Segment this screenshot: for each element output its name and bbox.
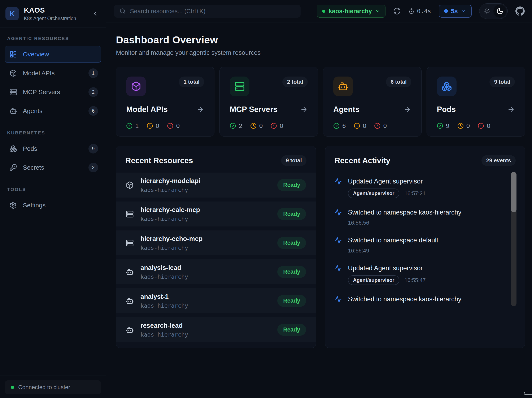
stat-card[interactable]: 6 total Agents 6 0 <box>323 67 422 136</box>
app-logo: K <box>6 7 19 20</box>
ready-count: 1 <box>135 122 139 129</box>
pending-count: 0 <box>156 122 159 129</box>
github-link[interactable] <box>515 6 525 16</box>
resource-namespace: kaos-hierarchy <box>140 302 188 309</box>
namespace-value: kaos-hierarchy <box>329 8 372 15</box>
sidebar-item[interactable]: Settings <box>5 197 101 214</box>
sidebar-item-badge: 2 <box>89 163 98 172</box>
resource-text: hierarchy-calc-mcp kaos-hierarchy <box>140 206 200 222</box>
resource-row[interactable]: analysis-lead kaos-hierarchy Ready <box>116 259 316 284</box>
resource-text: research-lead kaos-hierarchy <box>140 322 188 338</box>
nav-list: Settings <box>5 197 101 214</box>
sidebar-collapse-button[interactable] <box>92 10 99 17</box>
stat-card[interactable]: 1 total Model APIs 1 0 <box>116 67 215 136</box>
light-theme-button[interactable] <box>481 5 494 18</box>
pending-stat: 0 <box>354 122 366 129</box>
panel-title: Recent Resources <box>125 156 193 165</box>
resource-text: analysis-lead kaos-hierarchy <box>140 264 188 280</box>
refresh-button[interactable] <box>393 7 401 15</box>
timer-icon <box>409 8 414 14</box>
resource-row[interactable]: hierarchy-echo-mcp kaos-hierarchy Ready <box>116 231 316 255</box>
activity-item: Switched to namespace kaos-hierarchy 16:… <box>335 209 505 226</box>
resource-name: hierarchy-calc-mcp <box>140 206 200 214</box>
sidebar-item[interactable]: Model APIs 1 <box>5 65 101 82</box>
nav-section-tools: TOOLS Settings <box>5 187 101 214</box>
arrow-right-icon <box>404 106 411 113</box>
theme-toggle <box>479 3 508 19</box>
resource-row[interactable]: research-lead kaos-hierarchy Ready <box>116 317 316 342</box>
app-name: KAOS <box>24 6 87 14</box>
failed-stat: 0 <box>271 122 283 129</box>
resource-status-badge: Ready <box>277 237 306 249</box>
activity-title: Switched to namespace kaos-hierarchy <box>348 295 461 303</box>
ready-count: 6 <box>342 122 346 129</box>
clock-icon <box>457 123 464 129</box>
stat-card-tile <box>230 77 249 96</box>
recent-resources-panel: Recent Resources 9 total hierarchy-model… <box>116 146 316 348</box>
resource-name: hierarchy-modelapi <box>140 177 200 185</box>
sidebar-item[interactable]: Agents 6 <box>5 103 101 119</box>
stat-card[interactable]: 2 total MCP Servers 2 0 <box>220 67 318 136</box>
activity-head: Updated Agent supervisor <box>335 178 505 185</box>
resource-text: hierarchy-echo-mcp kaos-hierarchy <box>140 235 203 251</box>
box-icon <box>131 81 141 92</box>
namespace-selector[interactable]: kaos-hierarchy <box>317 5 386 18</box>
sidebar-header: K KAOS K8s Agent Orchestration <box>0 0 106 27</box>
resource-status-badge: Ready <box>277 179 306 191</box>
activity-item: Switched to namespace kaos-hierarchy <box>335 295 505 306</box>
resource-row[interactable]: analyst-1 kaos-hierarchy Ready <box>116 288 316 313</box>
bot-icon <box>126 297 134 305</box>
cluster-status-text: Connected to cluster <box>18 384 70 391</box>
sidebar-item-badge: 9 <box>89 144 98 154</box>
failed-count: 0 <box>280 122 283 129</box>
horizontal-scrollbar-thumb[interactable] <box>524 392 532 395</box>
sidebar-item-badge: 1 <box>89 68 98 78</box>
pending-stat: 0 <box>250 122 263 129</box>
activity-meta: Agent/supervisor 16:57:21 <box>348 188 505 198</box>
nav-section-label: AGENTIC RESOURCES <box>5 36 101 41</box>
dark-theme-button[interactable] <box>494 5 507 18</box>
box-icon <box>126 181 134 189</box>
activity-icon <box>335 209 342 216</box>
failed-stat: 0 <box>478 122 490 129</box>
bot-icon <box>126 326 134 334</box>
chevron-down-icon <box>461 8 466 14</box>
activity-item: Switched to namespace default 16:56:49 <box>335 237 505 254</box>
refresh-interval-selector[interactable]: 5s <box>439 5 472 18</box>
activity-count-badge: 29 events <box>481 155 516 166</box>
activity-icon <box>335 237 342 244</box>
resource-row[interactable]: hierarchy-modelapi kaos-hierarchy Ready <box>116 173 316 198</box>
resource-status-badge: Ready <box>277 324 306 336</box>
arrow-right-icon <box>197 106 204 113</box>
activity-timestamp: 16:56:56 <box>348 219 369 226</box>
boxes-icon <box>441 81 452 92</box>
latency-value: 0.4s <box>417 8 431 15</box>
resource-status-badge: Ready <box>277 266 306 278</box>
stat-card[interactable]: 9 total Pods 9 0 <box>427 67 525 136</box>
status-dot-icon <box>11 386 14 389</box>
nav-section-label: KUBERNETES <box>5 130 101 136</box>
stat-card-total-badge: 9 total <box>489 77 515 87</box>
sidebar-item[interactable]: Pods 9 <box>5 140 101 157</box>
stat-card-top: 6 total <box>333 77 411 96</box>
resource-row[interactable]: hierarchy-calc-mcp kaos-hierarchy Ready <box>116 201 316 226</box>
sidebar-item-label: Model APIs <box>23 70 55 77</box>
stat-card-stats: 2 0 0 <box>230 122 308 129</box>
main-area: kaos-hierarchy 0.4s 5s <box>106 0 532 398</box>
stat-card-top: 2 total <box>230 77 308 96</box>
panel-title: Recent Activity <box>335 156 390 165</box>
resource-name: analysis-lead <box>140 264 188 272</box>
app-root: { "app": { "name": "KAOS", "subtitle": "… <box>0 0 532 398</box>
pending-count: 0 <box>466 122 470 129</box>
sidebar-item[interactable]: Secrets 2 <box>5 159 101 176</box>
stat-card-title-row: MCP Servers <box>230 105 308 114</box>
sidebar-item[interactable]: MCP Servers 2 <box>5 84 101 100</box>
search-input[interactable] <box>130 8 295 15</box>
activity-scrollbar-thumb[interactable] <box>511 172 517 212</box>
panels-row: Recent Resources 9 total hierarchy-model… <box>116 146 525 348</box>
arrow-right-icon <box>300 106 308 113</box>
sidebar-item[interactable]: Overview <box>5 46 101 63</box>
activity-item: Updated Agent supervisor Agent/superviso… <box>335 264 505 285</box>
resource-namespace: kaos-hierarchy <box>140 216 200 222</box>
check-circle-icon <box>230 123 236 129</box>
